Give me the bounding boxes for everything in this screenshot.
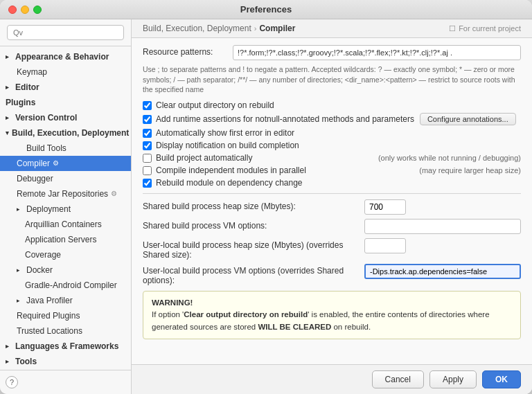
sidebar-label-build-tools: Build Tools [26,142,66,154]
checkbox-runtime-assertions-input[interactable] [143,115,152,124]
sidebar-item-remote-jar[interactable]: Remote Jar Repositories ⚙ [0,186,131,202]
shared-vm-row: Shared build process VM options: [143,219,521,234]
main-content: Build, Execution, Deployment › Compiler … [132,19,532,394]
resource-patterns-label: Resource patterns: [143,45,233,57]
checkbox-rebuild-dependency: Rebuild module on dependency change [143,178,521,188]
sidebar-item-docker[interactable]: Docker [0,262,131,278]
sidebar-label-tools: Tools [15,355,37,368]
compile-parallel-note: (may require larger heap size) [419,166,521,174]
sidebar-item-arquillian[interactable]: Arquillian Containers [0,217,131,232]
footer: Cancel Apply OK [132,364,532,394]
warning-title: WARNING! [152,297,512,309]
breadcrumb-current: Compiler [259,24,295,33]
checkbox-show-first-error-input[interactable] [143,129,152,138]
tree-arrow-docker [17,264,24,276]
maximize-button[interactable] [33,6,42,14]
window-title: Preferences [240,4,292,15]
checkbox-clear-output: Clear output directory on rebuild [143,100,521,110]
sidebar-label-docker: Docker [26,264,53,276]
sidebar-item-appearance[interactable]: Appearance & Behavior [0,49,131,64]
configure-annotations-button[interactable]: Configure annotations... [420,113,516,125]
sidebar-label-appearance: Appearance & Behavior [15,51,109,63]
help-button[interactable]: ? [6,376,18,388]
sidebar-item-plugins[interactable]: Plugins [0,95,131,110]
sidebar-label-trusted-locations: Trusted Locations [17,325,82,337]
minimize-button[interactable] [21,6,29,14]
checkbox-clear-output-input[interactable] [143,101,152,110]
checkbox-display-notification-label[interactable]: Display notification on build completion [156,141,299,150]
checkbox-compile-parallel-input[interactable] [143,166,152,175]
titlebar: Preferences [0,0,532,19]
close-button[interactable] [8,6,17,14]
warning-box: WARNING! If option 'Clear output directo… [143,291,521,339]
content-area: Appearance & Behavior Keymap Editor Plug… [0,19,532,394]
breadcrumb-path: Build, Execution, Deployment [143,24,251,33]
sidebar-item-languages[interactable]: Languages & Frameworks [0,339,131,354]
sidebar-label-vc: Version Control [15,111,77,124]
sidebar-item-gradle-android[interactable]: Gradle-Android Compiler [0,278,131,293]
cancel-button[interactable]: Cancel [372,370,424,388]
user-vm-label: User-local build process VM options (ove… [143,264,364,285]
sidebar-item-version-control[interactable]: Version Control [0,110,131,125]
breadcrumb-arrow: › [254,24,257,33]
apply-button[interactable]: Apply [429,370,477,388]
sidebar-item-required-plugins[interactable]: Required Plugins [0,308,131,323]
sidebar-item-app-servers[interactable]: Application Servers [0,232,131,247]
sidebar-item-tools[interactable]: Tools [0,354,131,369]
shared-heap-label: Shared build process heap size (Mbytes): [143,199,364,211]
shared-heap-input[interactable] [364,199,406,215]
checkbox-build-automatically-label[interactable]: Build project automatically [156,153,252,163]
search-input[interactable] [7,25,124,40]
traffic-lights [8,6,42,14]
sidebar-label-plugins: Plugins [6,96,35,109]
sidebar-help: ? [0,370,131,394]
checkbox-compile-parallel-label[interactable]: Compile independent modules in parallel [156,165,306,175]
section-divider-1 [143,193,521,194]
form-body: Resource patterns: Use ; to separate pat… [132,38,532,364]
sidebar-item-editor[interactable]: Editor [0,80,131,95]
resource-patterns-input[interactable] [233,45,521,60]
sidebar-item-debugger[interactable]: Debugger [0,171,131,186]
sidebar-item-deployment[interactable]: Deployment [0,202,131,217]
sidebar-item-coverage[interactable]: Coverage [0,247,131,262]
sidebar-label-build: Build, Execution, Deployment [12,127,129,139]
checkbox-rebuild-dependency-label[interactable]: Rebuild module on dependency change [156,178,303,188]
checkbox-display-notification-input[interactable] [143,141,152,150]
sidebar-item-trusted-locations[interactable]: Trusted Locations [0,323,131,339]
tree-arrow-java-profiler [17,294,24,307]
checkbox-runtime-assertions-label[interactable]: Add runtime assertions for notnull-annot… [156,114,414,124]
user-vm-row: User-local build process VM options (ove… [143,264,521,285]
sidebar-label-compiler: Compiler [17,157,50,170]
tree-arrow-build [6,127,9,139]
user-vm-input[interactable] [364,264,521,279]
ok-button[interactable]: OK [482,370,521,388]
shared-heap-row: Shared build process heap size (Mbytes): [143,199,521,215]
checkbox-runtime-assertions: Add runtime assertions for notnull-annot… [143,113,521,125]
tree-arrow-deployment [17,203,24,215]
sidebar-item-compiler[interactable]: Compiler ⚙ [0,156,131,171]
resource-patterns-row: Resource patterns: [143,45,521,60]
sidebar-item-java-profiler[interactable]: Java Profiler [0,293,131,308]
checkbox-clear-output-label[interactable]: Clear output directory on rebuild [156,100,274,110]
project-checkbox-icon: ☐ [449,24,456,33]
shared-vm-input[interactable] [364,219,521,234]
sidebar-label-app-servers: Application Servers [25,233,96,246]
sidebar-item-build[interactable]: Build, Execution, Deployment [0,125,131,141]
sidebar-label-keymap: Keymap [17,66,47,78]
sidebar-label-languages: Languages & Frameworks [15,340,118,352]
sidebar-item-build-tools[interactable]: Build Tools [0,141,131,156]
sidebar-item-keymap[interactable]: Keymap [0,64,131,80]
sidebar-label-deployment: Deployment [26,203,71,215]
search-box [0,19,131,46]
tree-arrow-appearance [6,51,12,63]
build-automatically-note: (only works while not running / debuggin… [378,154,521,162]
checkbox-build-automatically-input[interactable] [143,154,152,163]
gear-icon-compiler: ⚙ [53,157,59,170]
checkbox-rebuild-dependency-input[interactable] [143,179,152,188]
user-heap-label: User-local build process heap size (Mbyt… [143,238,364,260]
sidebar-label-debugger: Debugger [17,172,53,185]
runtime-assertions-inline: Add runtime assertions for notnull-annot… [156,113,521,125]
sidebar-label-remote-jar: Remote Jar Repositories [17,188,108,200]
user-heap-input[interactable] [364,238,406,253]
checkbox-show-first-error-label[interactable]: Automatically show first error in editor [156,128,294,138]
